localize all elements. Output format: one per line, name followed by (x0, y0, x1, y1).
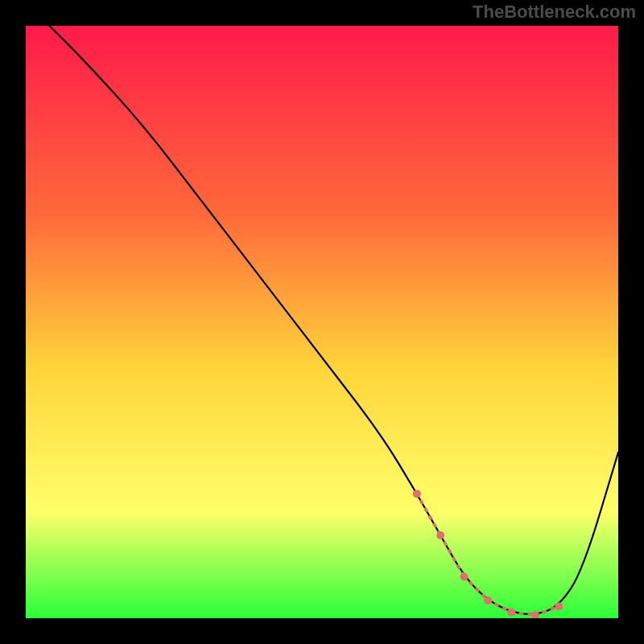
bottleneck-chart (26, 26, 618, 618)
chart-frame: TheBottleneck.com (0, 0, 644, 644)
watermark-text: TheBottleneck.com (473, 2, 636, 23)
gradient-background (26, 26, 618, 618)
